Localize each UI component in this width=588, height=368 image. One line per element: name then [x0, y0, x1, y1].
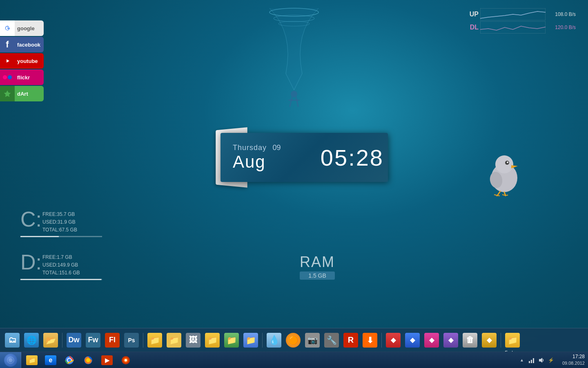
disk-c-bar [20, 236, 102, 237]
shortcut-flickr[interactable]: flickr [0, 70, 44, 85]
clock-time: 05:28 [321, 144, 384, 171]
taskbar-icon-folder2[interactable]: 📁 [165, 331, 183, 349]
svg-point-3 [291, 91, 297, 97]
shortcut-facebook[interactable]: f facebook [0, 37, 44, 52]
taskbar-icon-app-red[interactable]: ◆ [384, 331, 402, 349]
shortcut-youtube[interactable]: youtube [0, 53, 44, 69]
download-icon: ⬇ [363, 333, 377, 348]
disk-d-info: FREE:1.7 GB USED:149.9 GB TOTAL:151.6 GB [42, 251, 80, 277]
taskbar-icon-photo[interactable]: 🖼 [184, 331, 202, 349]
taskbar-icon-orange[interactable]: 🟠 [284, 331, 302, 349]
orange-ball-icon: 🟠 [286, 333, 301, 348]
photo-icon: 🖼 [186, 333, 200, 348]
finder-icon: 🗂 [5, 333, 20, 348]
taskbar-icon-water[interactable]: 💧 [265, 331, 283, 349]
svg-rect-33 [531, 360, 532, 363]
svg-rect-7 [480, 21, 546, 34]
dart-icon [0, 86, 15, 101]
svg-line-21 [506, 195, 508, 195]
systray-network-icon[interactable] [528, 357, 535, 364]
disk-c-used: USED:31.9 GB [42, 218, 77, 226]
taskbar-icon-trash[interactable]: 🗑 [461, 331, 479, 349]
bird-mascot [482, 147, 527, 196]
desktop-icon: 📁 [505, 333, 520, 348]
taskbar-icon-app-pink[interactable]: ◆ [423, 331, 441, 349]
svg-rect-32 [529, 361, 530, 363]
svg-point-28 [86, 358, 90, 362]
taskbar-icon-fw[interactable]: Fw [84, 331, 102, 349]
clock-month: Aug [233, 152, 321, 172]
disk-d-letter: D: [20, 251, 42, 273]
taskbar-icon-finder[interactable]: 🗂 [3, 331, 21, 349]
taskbar-icon-app-blue[interactable]: ◆ [403, 331, 421, 349]
network-globe-icon: 🌐 [24, 333, 39, 348]
dock-divider-5 [501, 333, 501, 348]
taskbar-icon-fl[interactable]: Fl [103, 331, 121, 349]
icon-dock: 🗂 🌐 📂 Dw Fw Fl Ps 📁 📁 🖼 📁 📁 📁 💧 [0, 328, 588, 352]
flash-icon: Fl [105, 333, 120, 348]
systray-arrow-icon[interactable]: ▲ [518, 357, 526, 364]
folder1-icon: 📁 [147, 333, 162, 348]
folder-open-icon: 📂 [43, 333, 58, 348]
flickr-label: flickr [15, 74, 30, 81]
disk-d-used: USED:149.9 GB [42, 261, 80, 269]
dock-divider-1 [62, 333, 62, 348]
taskbar-icon-tools[interactable]: 🔧 [323, 331, 341, 349]
network-up-label: UP [467, 11, 479, 18]
bottom-ie-icon[interactable]: e [42, 352, 60, 368]
youtube-label: youtube [15, 58, 38, 64]
svg-line-16 [494, 195, 497, 195]
folder2-icon: 📁 [167, 333, 181, 348]
app-red-icon: ◆ [386, 333, 401, 348]
taskbar-icon-folder-green[interactable]: 📁 [223, 331, 241, 349]
taskbar-icon-app-purple[interactable]: ◆ [442, 331, 460, 349]
taskbar-icon-r[interactable]: R [342, 331, 360, 349]
tray-time: 17:28 [562, 353, 585, 360]
windows-taskbar: 📁 e ▶ [0, 352, 588, 368]
shortcut-google[interactable]: google [0, 20, 44, 36]
disk-c-letter: C: [20, 209, 42, 230]
systray-volume-icon[interactable] [538, 357, 545, 364]
disk-d-free: FREE:1.7 GB [42, 254, 80, 261]
disk-c-total: TOTAL:67.5 GB [42, 226, 77, 234]
bottom-explorer-icon[interactable]: 📁 [23, 352, 41, 368]
bottom-chrome-icon[interactable] [60, 352, 78, 368]
taskbar-icon-desktop[interactable]: 📁 Explorer [503, 331, 521, 349]
clock-day-num: 09 [273, 144, 281, 152]
tray-clock[interactable]: 17:28 09.08.2012 [559, 353, 588, 366]
taskbar-icon-folder3[interactable]: 📁 [203, 331, 221, 349]
systray-battery-icon[interactable]: ⚡ [548, 357, 555, 364]
ram-widget: RAM 1.5 GB [300, 254, 335, 280]
bottom-firefox-icon[interactable] [79, 352, 97, 368]
disk-d-bar-fill [20, 279, 101, 280]
taskbar-icon-ps[interactable]: Ps [122, 331, 140, 349]
taskbar-icon-folder-blue[interactable]: 📁 [242, 331, 260, 349]
bottom-taskbar-area: 📁 e ▶ [21, 352, 514, 368]
taskbar-icon-folder-open[interactable]: 📂 [42, 331, 60, 349]
shortcuts-panel: google f facebook youtube flickr dArt [0, 20, 44, 101]
water-icon: 💧 [267, 333, 281, 348]
start-button[interactable] [0, 352, 21, 368]
disk-d-widget: D: FREE:1.7 GB USED:149.9 GB TOTAL:151.6… [20, 251, 102, 280]
svg-point-31 [125, 359, 127, 361]
taskbar-icon-network-globe[interactable]: 🌐 [22, 331, 40, 349]
facebook-icon: f [0, 37, 15, 52]
clock-widget: Thursday 09 Aug 05:28 [196, 127, 392, 188]
bottom-browser2-icon[interactable] [117, 352, 135, 368]
google-icon [0, 20, 15, 36]
taskbar-icon-download[interactable]: ⬇ [361, 331, 379, 349]
svg-point-11 [507, 162, 508, 163]
taskbar-icon-camera[interactable]: 📷 [303, 331, 321, 349]
taskbar-icon-app-yellow[interactable]: ◆ [480, 331, 498, 349]
taskbar-icon-folder1[interactable]: 📁 [146, 331, 164, 349]
disk-c-widget: C: FREE:35.7 GB USED:31.9 GB TOTAL:67.5 … [20, 209, 102, 237]
ie-icon: e [45, 355, 56, 365]
shortcut-dart[interactable]: dArt [0, 86, 44, 101]
network-up-graph [480, 8, 546, 20]
taskbar-icon-dw[interactable]: Dw [65, 331, 83, 349]
network-monitor: UP 108.0 B/s DL 120.0 B/s [467, 8, 576, 34]
bottom-media-icon[interactable]: ▶ [98, 352, 116, 368]
google-label: google [15, 25, 35, 31]
browser2-icon [121, 355, 131, 365]
svg-marker-35 [539, 358, 542, 363]
